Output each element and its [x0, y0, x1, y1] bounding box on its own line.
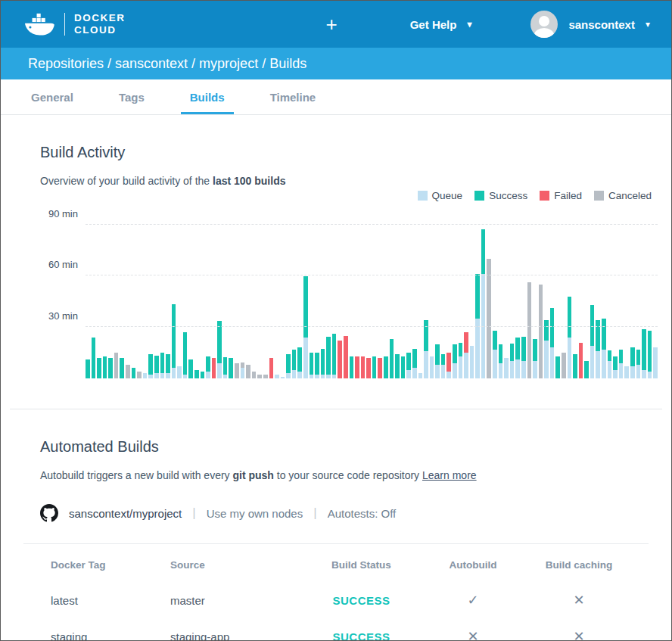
failed-segment: [212, 358, 216, 378]
build-status-link[interactable]: SUCCESS: [295, 630, 428, 641]
queue-segment: [217, 363, 222, 378]
queue-segment: [281, 377, 285, 378]
queue-segment: [143, 373, 148, 378]
success-segment: [401, 356, 406, 378]
learn-more-link[interactable]: Learn more: [422, 469, 477, 481]
build-status-link[interactable]: SUCCESS: [295, 594, 428, 607]
canceled-segment: [562, 353, 566, 378]
build-bar-37: [297, 347, 302, 378]
queue-segment: [521, 361, 526, 378]
column-header-build-caching: Build caching: [518, 559, 639, 571]
build-bar-84: [568, 297, 572, 378]
build-bar-93: [619, 350, 624, 378]
success-segment: [459, 343, 463, 356]
queue-segment: [286, 373, 291, 378]
success-segment: [103, 356, 107, 378]
queue-segment: [533, 361, 537, 378]
breadcrumb[interactable]: Repositories / sanscontext / myproject /…: [1, 48, 671, 79]
use-own-nodes-label[interactable]: Use my own nodes: [207, 507, 303, 520]
autobuild-toggle[interactable]: ✕: [428, 628, 518, 641]
build-bar-23: [217, 321, 222, 378]
success-segment: [584, 361, 589, 378]
build-bar-29: [252, 372, 257, 378]
queue-segment: [406, 370, 411, 378]
tab-general[interactable]: General: [8, 79, 96, 114]
queue-segment: [642, 370, 646, 378]
build-bar-5: [114, 353, 119, 378]
success-segment: [619, 350, 624, 363]
success-segment: [550, 308, 555, 347]
success-segment: [441, 354, 446, 365]
build-bar-41: [321, 349, 325, 378]
build-bar-55: [401, 356, 406, 378]
success-segment: [510, 344, 515, 361]
queue-segment: [653, 347, 658, 378]
tab-tags[interactable]: Tags: [96, 79, 167, 114]
build-bar-82: [555, 356, 560, 378]
queue-segment: [435, 365, 440, 378]
table-row: stagingstaging-appSUCCESS✕✕: [23, 611, 649, 641]
build-bar-18: [188, 359, 193, 378]
table-header-row: Docker TagSourceBuild StatusAutobuildBui…: [23, 544, 649, 575]
build-caching-toggle[interactable]: ✕: [518, 592, 639, 608]
queue-segment: [303, 338, 308, 378]
build-bar-60: [430, 356, 434, 378]
canceled-segment: [263, 375, 268, 378]
build-bar-3: [103, 356, 107, 378]
success-segment: [630, 347, 635, 366]
create-new-button[interactable]: +: [326, 14, 338, 34]
build-caching-toggle[interactable]: ✕: [518, 628, 639, 641]
success-segment: [97, 358, 101, 378]
canceled-segment: [137, 372, 142, 378]
success-segment: [435, 344, 440, 365]
gridline-30: [86, 326, 658, 327]
build-bar-50: [372, 356, 377, 378]
user-menu[interactable]: sanscontext ▾: [530, 11, 650, 38]
queue-segment: [459, 356, 463, 378]
build-bar-17: [183, 332, 188, 378]
build-bar-97: [642, 329, 646, 378]
build-bar-63: [446, 353, 451, 378]
chart-plot-area: [86, 210, 658, 386]
build-bar-67: [470, 346, 474, 378]
repo-name[interactable]: sanscontext/myproject: [69, 507, 182, 520]
success-segment: [515, 338, 520, 359]
build-bar-54: [395, 354, 400, 378]
build-bar-14: [166, 354, 170, 378]
build-bar-56: [406, 353, 411, 378]
queue-segment: [550, 347, 555, 378]
build-bar-90: [602, 319, 606, 378]
success-segment: [310, 353, 314, 375]
queue-segment: [430, 356, 434, 378]
build-bar-24: [223, 357, 228, 378]
queue-segment: [332, 375, 337, 378]
failed-segment: [361, 356, 366, 378]
success-segment: [154, 356, 159, 373]
build-bar-35: [286, 354, 291, 378]
tab-timeline[interactable]: Timeline: [247, 79, 339, 114]
gridline-90: [86, 224, 658, 225]
autobuild-toggle[interactable]: ✓: [428, 592, 518, 608]
build-bar-49: [366, 358, 371, 378]
success-segment: [390, 339, 394, 378]
build-bar-91: [608, 350, 612, 378]
docker-cloud-logo[interactable]: DOCKER CLOUD: [23, 12, 126, 36]
build-bar-85: [573, 354, 577, 378]
queue-segment: [275, 375, 279, 378]
column-header-build-status: Build Status: [295, 559, 428, 571]
get-help-menu[interactable]: Get Help ▾: [410, 18, 472, 31]
success-segment: [166, 354, 170, 373]
build-bar-20: [201, 372, 205, 378]
chart-legend: QueueSuccessFailedCanceled: [1, 187, 671, 206]
queue-segment: [475, 319, 480, 378]
source-cell: master: [170, 594, 295, 607]
build-bar-16: [177, 366, 182, 378]
queue-segment: [504, 358, 509, 378]
autotests-status-label[interactable]: Autotests: Off: [328, 507, 397, 520]
source-repo-bar: sanscontext/myproject | Use my own nodes…: [1, 481, 671, 522]
column-header-docker-tag: Docker Tag: [51, 559, 170, 571]
success-segment: [475, 274, 480, 319]
success-segment: [406, 353, 411, 370]
tab-builds[interactable]: Builds: [167, 79, 247, 114]
cross-icon: ✕: [573, 593, 584, 608]
